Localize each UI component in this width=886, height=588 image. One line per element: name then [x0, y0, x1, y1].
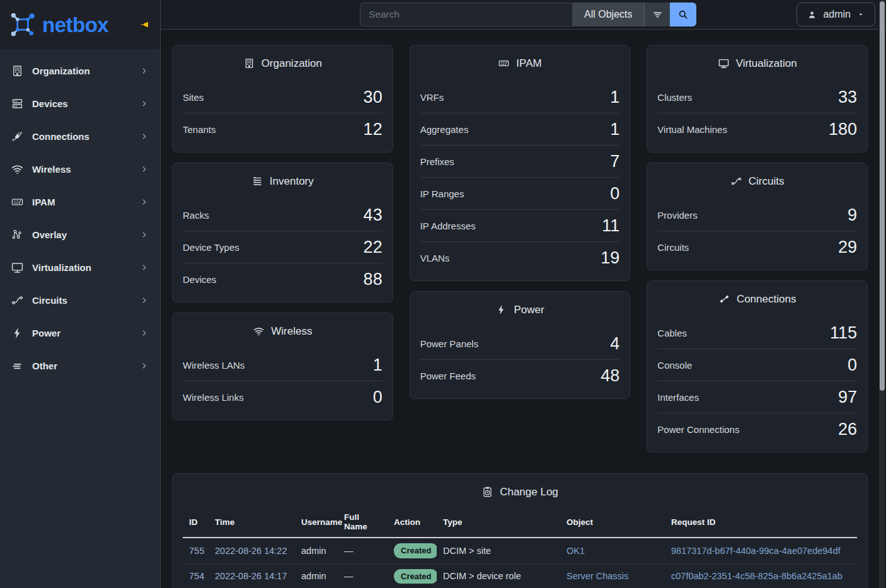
netbox-logo[interactable]: netbox [9, 11, 140, 38]
stat-label[interactable]: Racks [183, 210, 209, 221]
stat-label[interactable]: Devices [183, 274, 216, 285]
person-icon [807, 9, 817, 20]
filter-button[interactable] [644, 3, 670, 26]
stat-label[interactable]: Virtual Machines [657, 124, 727, 135]
stat-value[interactable]: 1 [610, 120, 619, 139]
scrollbar-track [879, 0, 885, 588]
change-time-link[interactable]: 2022-08-26 14:17 [215, 571, 287, 581]
stat-label[interactable]: Sites [183, 92, 204, 103]
column-header-object: Object [560, 510, 665, 538]
sidebar-item-power[interactable]: Power [0, 316, 160, 349]
stat-row: Racks 43 [183, 199, 383, 231]
stat-label[interactable]: Power Feeds [420, 371, 476, 381]
card-header: Connections [647, 281, 867, 317]
user-menu-button[interactable]: admin [797, 3, 875, 26]
sidebar-item-overlay[interactable]: Overlay [0, 218, 160, 251]
counter-icon: 12 [11, 195, 24, 209]
stat-value[interactable]: 33 [838, 88, 857, 107]
change-username: admin [295, 538, 338, 563]
dashboard-column-3: Virtualization Clusters 33 Virtual Machi… [647, 45, 868, 453]
svg-text:2: 2 [16, 200, 18, 204]
change-time-link[interactable]: 2022-08-26 14:22 [215, 546, 287, 556]
stat-label[interactable]: VRFs [420, 92, 444, 103]
stat-label[interactable]: Clusters [657, 92, 692, 103]
stat-label[interactable]: Providers [657, 210, 697, 221]
lightning-icon [11, 326, 24, 340]
stat-label[interactable]: Device Types [183, 242, 239, 253]
stat-value[interactable]: 11 [602, 216, 619, 236]
stat-value[interactable]: 12 [364, 120, 383, 139]
pin-icon[interactable] [140, 19, 151, 30]
stat-value[interactable]: 9 [848, 205, 857, 225]
sidebar-item-label: Circuits [32, 295, 139, 306]
stat-label[interactable]: VLANs [420, 253, 450, 263]
stat-label[interactable]: Power Panels [420, 338, 479, 349]
stat-label[interactable]: Circuits [657, 242, 689, 253]
stat-label[interactable]: Interfaces [657, 392, 699, 403]
search-submit-button[interactable] [670, 3, 696, 26]
stat-value[interactable]: 180 [829, 120, 857, 139]
change-id-link[interactable]: 755 [189, 546, 204, 556]
stat-value[interactable]: 43 [364, 205, 383, 225]
stat-label[interactable]: Aggregates [420, 124, 469, 135]
stat-value[interactable]: 88 [364, 270, 383, 289]
stat-label[interactable]: IP Addresses [420, 221, 476, 231]
stat-value[interactable]: 0 [373, 388, 383, 407]
stat-row: Power Feeds 48 [420, 359, 620, 391]
stat-value[interactable]: 30 [364, 88, 383, 107]
search-input[interactable] [360, 3, 572, 26]
table-row: 754 2022-08-26 14:17 admin — Created DCI… [183, 563, 857, 588]
column-header-time: Time [209, 510, 295, 538]
sidebar-item-label: Overlay [32, 229, 139, 240]
change-object-link[interactable]: OK1 [567, 546, 585, 556]
stat-label[interactable]: IP Ranges [420, 188, 464, 199]
card-header: Wireless [173, 313, 393, 349]
sidebar-item-connections[interactable]: Connections [0, 120, 160, 153]
stat-value[interactable]: 48 [601, 366, 619, 386]
stat-label[interactable]: Prefixes [420, 156, 454, 167]
sidebar-item-virtualization[interactable]: Virtualization [0, 251, 160, 284]
scrollbar-thumb[interactable] [880, 1, 885, 391]
stat-label[interactable]: Cables [657, 328, 687, 338]
stat-row: Prefixes 7 [420, 145, 620, 177]
search-scope-button[interactable]: All Objects [572, 3, 644, 26]
stat-value[interactable]: 26 [838, 420, 857, 439]
stat-label[interactable]: Power Connections [657, 424, 739, 435]
stat-value[interactable]: 1 [373, 355, 383, 375]
change-request-id-link[interactable]: c07f0ab2-2351-4c58-825a-8b6a2425a1ab [671, 571, 843, 581]
stat-value[interactable]: 22 [364, 238, 383, 257]
stat-row: IP Ranges 0 [420, 177, 620, 209]
building-icon [243, 57, 255, 69]
change-request-id-link[interactable]: 9817317d-b67f-440a-99ca-4ae07ede94df [671, 546, 840, 556]
stat-row: Wireless LANs 1 [183, 349, 383, 381]
stat-value[interactable]: 4 [610, 334, 619, 354]
stat-label[interactable]: Wireless LANs [183, 360, 245, 371]
stat-value[interactable]: 0 [848, 355, 857, 375]
stat-value[interactable]: 97 [838, 388, 857, 407]
stat-value[interactable]: 7 [610, 152, 619, 171]
change-id-link[interactable]: 754 [189, 571, 204, 581]
stat-label[interactable]: Wireless Links [183, 392, 244, 403]
sidebar-item-wireless[interactable]: Wireless [0, 153, 160, 185]
sidebar-item-ipam[interactable]: 12 IPAM [0, 185, 160, 218]
stat-value[interactable]: 1 [610, 88, 619, 107]
stat-label[interactable]: Tenants [183, 124, 216, 135]
stat-value[interactable]: 29 [838, 238, 857, 257]
stat-row: Cables 115 [657, 317, 857, 349]
table-row: 755 2022-08-26 14:22 admin — Created DCI… [183, 538, 857, 563]
stat-rows: Clusters 33 Virtual Machines 180 [647, 81, 867, 152]
sidebar-item-label: IPAM [32, 197, 139, 207]
sidebar-item-organization[interactable]: Organization [0, 54, 160, 87]
sidebar-item-circuits[interactable]: Circuits [0, 284, 160, 316]
stat-row: VLANs 19 [420, 241, 620, 274]
stat-value[interactable]: 115 [830, 323, 857, 343]
sidebar-item-devices[interactable]: Devices [0, 87, 160, 120]
change-log-table: ID Time Username Full Name Action Type O… [183, 510, 857, 588]
change-object-link[interactable]: Server Chassis [567, 571, 628, 581]
stat-value[interactable]: 19 [601, 248, 619, 268]
dashboard-column-2: 12 IPAM VRFs 1 Aggregates 1 Prefixes [410, 45, 631, 399]
sidebar-item-other[interactable]: Other [0, 349, 160, 382]
chevron-right-icon [139, 197, 149, 207]
stat-value[interactable]: 0 [610, 184, 619, 204]
stat-label[interactable]: Console [657, 360, 692, 371]
